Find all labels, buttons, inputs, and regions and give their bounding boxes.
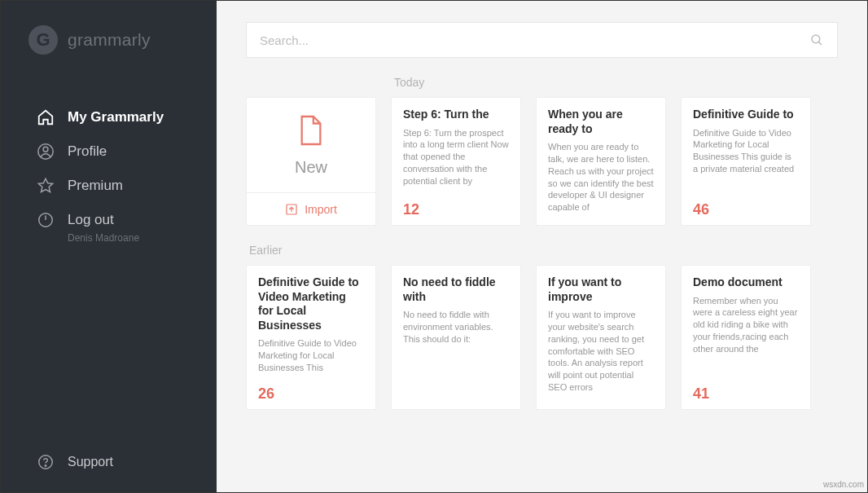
document-card[interactable]: Demo document Remember when you were a c… xyxy=(681,265,811,410)
search-icon[interactable] xyxy=(809,33,824,47)
document-card[interactable]: When you are ready to When you are ready… xyxy=(536,97,666,226)
document-title: Definitive Guide to xyxy=(693,108,799,122)
document-title: Definitive Guide to Video Marketing for … xyxy=(258,275,364,332)
sidebar-item-label: Log out xyxy=(68,212,114,228)
sidebar-item-label: Profile xyxy=(68,143,107,160)
file-icon xyxy=(297,114,325,147)
document-title: Demo document xyxy=(693,275,799,290)
main-content: Today New Import Step 6: Tu xyxy=(217,1,867,492)
document-card[interactable]: Step 6: Turn the Step 6: Turn the prospe… xyxy=(391,97,521,226)
app-frame: G grammarly My Grammarly Profile Premi xyxy=(0,0,868,493)
document-score: 46 xyxy=(682,198,810,225)
sidebar-nav: My Grammarly Profile Premium Log out xyxy=(1,100,217,250)
search-input[interactable] xyxy=(260,33,809,47)
search-bar[interactable] xyxy=(246,22,838,58)
document-score: 12 xyxy=(392,198,520,225)
home-icon xyxy=(37,108,55,126)
sidebar-item-label: Premium xyxy=(68,178,123,194)
sidebar: G grammarly My Grammarly Profile Premi xyxy=(1,1,217,492)
brand-logo: G grammarly xyxy=(1,17,217,77)
document-score: 26 xyxy=(247,382,375,409)
sidebar-item-label: My Grammarly xyxy=(68,109,164,125)
documents-grid-earlier: Definitive Guide to Video Marketing for … xyxy=(246,265,838,410)
document-title: No need to fiddle with xyxy=(403,275,509,304)
svg-point-1 xyxy=(43,147,48,152)
document-title: If you want to improve xyxy=(548,275,654,304)
new-label: New xyxy=(295,158,327,177)
document-title: Step 6: Turn the xyxy=(403,108,509,122)
document-score: 41 xyxy=(682,382,810,409)
document-title: When you are ready to xyxy=(548,108,654,136)
upload-icon xyxy=(285,203,298,216)
logout-icon xyxy=(37,211,55,229)
document-snippet: No need to fiddle with environment varia… xyxy=(403,309,509,346)
document-snippet: Definitive Guide to Video Marketing for … xyxy=(693,127,799,175)
section-label-earlier: Earlier xyxy=(249,244,838,257)
user-name: Denis Madroane xyxy=(1,232,217,244)
import-button[interactable]: Import xyxy=(247,192,375,225)
document-snippet: Remember when you were a careless eight … xyxy=(693,295,799,355)
profile-icon xyxy=(37,143,55,161)
new-document-card[interactable]: New Import xyxy=(246,97,376,226)
document-card[interactable]: Definitive Guide to Video Marketing for … xyxy=(246,265,376,410)
sidebar-item-premium[interactable]: Premium xyxy=(1,169,217,203)
document-snippet: Definitive Guide to Video Marketing for … xyxy=(258,337,364,374)
attribution-text: wsxdn.com xyxy=(823,480,864,489)
brand-name: grammarly xyxy=(68,30,151,50)
sidebar-item-my-grammarly[interactable]: My Grammarly xyxy=(1,100,217,134)
document-card[interactable]: If you want to improve If you want to im… xyxy=(536,265,666,410)
star-icon xyxy=(37,177,55,195)
document-snippet: Step 6: Turn the prospect into a long te… xyxy=(403,127,509,187)
import-label: Import xyxy=(305,203,337,216)
new-document-upper[interactable]: New xyxy=(247,98,375,192)
sidebar-item-support[interactable]: Support xyxy=(1,445,217,479)
document-snippet: If you want to improve your website's se… xyxy=(548,309,654,394)
sidebar-item-profile[interactable]: Profile xyxy=(1,134,217,169)
svg-point-5 xyxy=(45,465,46,466)
support-label: Support xyxy=(68,455,113,469)
svg-line-7 xyxy=(818,42,822,45)
document-snippet: When you are ready to talk, we are here … xyxy=(548,141,654,213)
document-card[interactable]: No need to fiddle with No need to fiddle… xyxy=(391,265,521,410)
documents-grid-today: New Import Step 6: Turn the Step 6: Turn… xyxy=(246,97,838,226)
help-icon xyxy=(37,453,55,471)
svg-point-6 xyxy=(812,35,820,43)
section-label-today: Today xyxy=(394,76,838,89)
document-card[interactable]: Definitive Guide to Definitive Guide to … xyxy=(681,97,811,226)
logo-icon: G xyxy=(28,25,58,55)
